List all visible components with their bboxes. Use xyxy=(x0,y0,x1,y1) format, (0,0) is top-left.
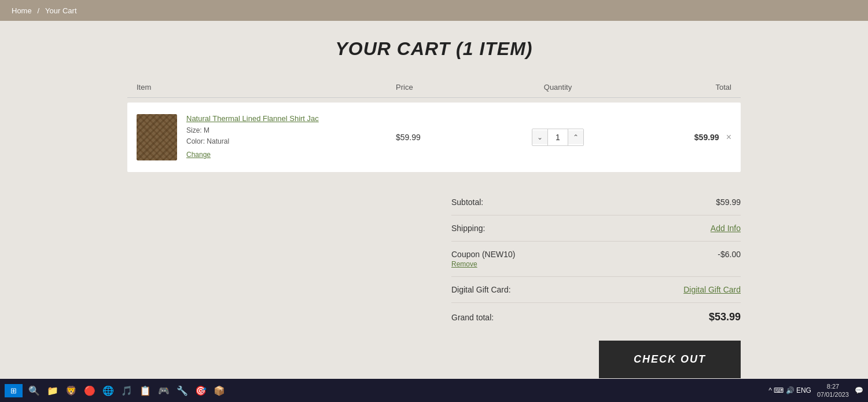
item-details: Natural Thermal Lined Flannel Shirt Jac … xyxy=(137,114,396,160)
item-meta: Size: M Color: Natural xyxy=(186,125,319,147)
item-image xyxy=(137,114,177,160)
cart-title: YOUR CART (1 ITEM) xyxy=(127,38,741,60)
taskbar-right: ^ ⌨ 🔊 ENG 8:27 07/01/2023 💬 xyxy=(768,382,863,396)
taskbar-app-icon-1[interactable]: 🔴 xyxy=(82,382,98,396)
breadcrumb-current: Your Cart xyxy=(45,6,76,15)
item-price: $59.99 xyxy=(396,133,500,142)
taskbar: ⊞ 🔍 📁 🦁 🔴 🌐 🎵 📋 🎮 🔧 🎯 📦 ^ ⌨ 🔊 ENG 8:27 0… xyxy=(0,379,868,396)
subtotal-label: Subtotal: xyxy=(451,198,483,207)
item-name[interactable]: Natural Thermal Lined Flannel Shirt Jac xyxy=(186,114,319,123)
shipping-row: Shipping: Add Info xyxy=(451,215,741,242)
grand-total-row: Grand total: $53.99 xyxy=(451,303,741,335)
taskbar-notification-icon[interactable]: 💬 xyxy=(855,386,863,394)
coupon-value: -$6.00 xyxy=(718,250,741,259)
taskbar-app-icon-6[interactable]: 🎯 xyxy=(193,382,209,396)
subtotal-value: $59.99 xyxy=(716,198,741,207)
item-change-link[interactable]: Change xyxy=(186,151,211,159)
item-info: Natural Thermal Lined Flannel Shirt Jac … xyxy=(186,114,319,159)
taskbar-explorer-icon[interactable]: 📁 xyxy=(45,382,61,396)
taskbar-app-icon-3[interactable]: 📋 xyxy=(137,382,153,396)
breadcrumb-home[interactable]: Home xyxy=(12,6,32,15)
color-label: Color: xyxy=(186,137,205,145)
taskbar-search-icon[interactable]: 🔍 xyxy=(26,382,42,396)
checkout-button[interactable]: CHECK OUT xyxy=(599,341,741,378)
taskbar-clock: 8:27 07/01/2023 xyxy=(817,382,849,396)
col-header-item: Item xyxy=(137,83,396,92)
cart-table-header: Item Price Quantity Total xyxy=(127,83,741,98)
taskbar-app-icon-7[interactable]: 📦 xyxy=(211,382,227,396)
size-value: M xyxy=(204,126,209,134)
taskbar-browser-icon-1[interactable]: 🦁 xyxy=(63,382,79,396)
qty-decrease-button[interactable]: ⌄ xyxy=(532,130,547,144)
item-image-pattern xyxy=(137,114,177,160)
qty-increase-button[interactable]: ⌃ xyxy=(568,130,583,144)
taskbar-app-icon-2[interactable]: 🎵 xyxy=(119,382,135,396)
taskbar-date-value: 07/01/2023 xyxy=(817,390,849,396)
col-header-quantity: Quantity xyxy=(500,83,616,92)
taskbar-time-value: 8:27 xyxy=(827,382,839,390)
checkout-btn-wrapper: CHECK OUT xyxy=(451,341,741,378)
col-header-price: Price xyxy=(396,83,500,92)
item-quantity-control: ⌄ ⌃ xyxy=(500,129,616,146)
qty-stepper: ⌄ ⌃ xyxy=(532,129,584,146)
item-total-col: $59.99 × xyxy=(616,133,731,142)
coupon-label: Coupon (NEW10) xyxy=(451,250,516,259)
taskbar-app-icon-4[interactable]: 🎮 xyxy=(156,382,172,396)
size-label: Size: xyxy=(186,126,202,134)
taskbar-system-icons: ^ ⌨ 🔊 ENG xyxy=(768,386,811,394)
color-value: Natural xyxy=(207,137,229,145)
item-remove-button[interactable]: × xyxy=(726,133,731,142)
item-total-price: $59.99 xyxy=(694,133,719,142)
coupon-row: Coupon (NEW10) Remove -$6.00 xyxy=(451,242,741,277)
gift-card-link[interactable]: Digital Gift Card xyxy=(683,285,741,294)
windows-icon: ⊞ xyxy=(10,386,17,395)
breadcrumb-separator: / xyxy=(38,6,40,15)
coupon-label-group: Coupon (NEW10) Remove xyxy=(451,250,516,268)
subtotal-row: Subtotal: $59.99 xyxy=(451,189,741,215)
col-header-total: Total xyxy=(616,83,731,92)
coupon-remove-link[interactable]: Remove xyxy=(451,260,516,268)
taskbar-start-button[interactable]: ⊞ xyxy=(5,384,23,396)
shipping-label: Shipping: xyxy=(451,224,485,233)
taskbar-browser-icon-2[interactable]: 🌐 xyxy=(100,382,116,396)
table-row: Natural Thermal Lined Flannel Shirt Jac … xyxy=(127,103,741,172)
main-content: YOUR CART (1 ITEM) Item Price Quantity T… xyxy=(116,21,752,396)
gift-card-row: Digital Gift Card: Digital Gift Card xyxy=(451,277,741,303)
breadcrumb-bar: Home / Your Cart xyxy=(0,0,868,21)
taskbar-app-icon-5[interactable]: 🔧 xyxy=(174,382,190,396)
grand-total-value: $53.99 xyxy=(709,311,741,323)
qty-input[interactable] xyxy=(547,129,568,145)
grand-total-label: Grand total: xyxy=(451,313,494,322)
shipping-add-info-link[interactable]: Add Info xyxy=(711,224,741,233)
cart-summary: Subtotal: $59.99 Shipping: Add Info Coup… xyxy=(451,189,741,378)
gift-card-label: Digital Gift Card: xyxy=(451,285,511,294)
taskbar-icons: 🔍 📁 🦁 🔴 🌐 🎵 📋 🎮 🔧 🎯 📦 xyxy=(26,382,227,396)
